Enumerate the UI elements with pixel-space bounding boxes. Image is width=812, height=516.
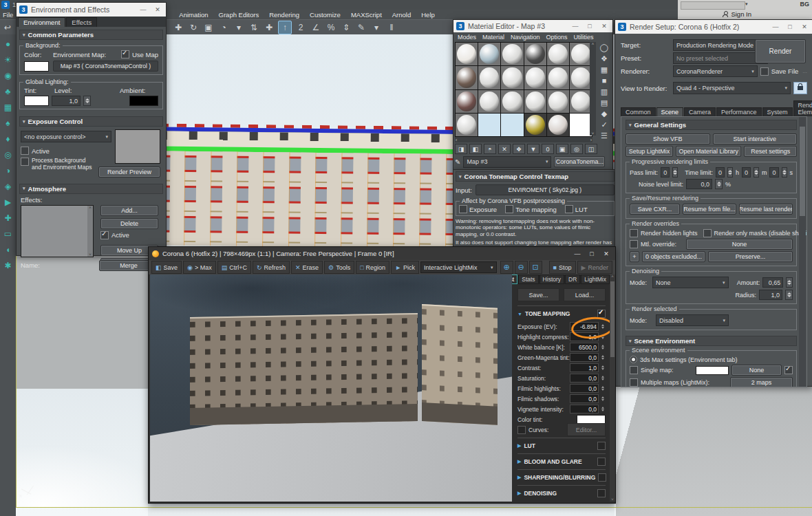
generate-preview-icon[interactable]: ◆ [601, 109, 607, 118]
tab[interactable]: Performance [716, 107, 762, 116]
menu-item[interactable]: Rendering [269, 11, 299, 19]
vfb-section-header[interactable]: ▶ DENOISING [517, 485, 606, 497]
exposure-control-header[interactable]: ▾Exposure Control [19, 116, 163, 127]
save-button[interactable]: ◧Save [151, 261, 182, 274]
tab[interactable]: LightMix [581, 275, 610, 284]
param-value[interactable]: 1,0 [570, 363, 599, 372]
single-map-button[interactable]: None [731, 365, 782, 376]
delete-effect-button[interactable]: Delete [100, 218, 158, 229]
select-move-icon[interactable]: ✚ [172, 21, 184, 34]
vfb-section-header[interactable]: ▶ BLOOM AND GLARE [517, 453, 606, 466]
param-spinner[interactable] [600, 345, 606, 350]
exposure-active-checkbox[interactable] [21, 147, 29, 155]
reset-settings-button[interactable]: Reset settings [744, 146, 797, 157]
scene-environment-header[interactable]: ▾Scene Environment [626, 336, 797, 346]
material-slot[interactable] [478, 43, 500, 65]
common-parameters-header[interactable]: ▾Common Parameters [19, 30, 163, 40]
tiling-icon[interactable]: ▥ [601, 87, 608, 96]
show-vfb-button[interactable]: Show VFB [626, 133, 710, 144]
section-checkbox[interactable] [597, 458, 606, 466]
undo-icon[interactable]: ↩ [1, 21, 14, 34]
menu-item[interactable]: Options [546, 34, 568, 41]
single-map-use-checkbox[interactable] [784, 366, 793, 374]
material-slot[interactable] [524, 66, 546, 89]
copy-button[interactable]: ▤Ctrl+C [217, 261, 251, 274]
minimize-button[interactable]: — [138, 6, 149, 13]
param-spinner[interactable] [600, 376, 606, 380]
menu-file[interactable]: File [3, 11, 13, 19]
teapot-icon[interactable]: ◖ [6, 246, 10, 254]
process-bg-checkbox[interactable] [21, 158, 29, 166]
stop-button[interactable]: ■Stop [549, 261, 576, 274]
time-h-spinner[interactable] [727, 167, 733, 178]
tab[interactable]: Effects [66, 17, 97, 27]
maximize-button[interactable]: □ [586, 250, 597, 257]
tint-swatch[interactable] [24, 96, 49, 106]
general-settings-header[interactable]: ▾General Settings [626, 120, 797, 130]
material-slot[interactable] [478, 66, 500, 89]
show-map-icon[interactable]: ▣ [556, 144, 568, 154]
menu-item[interactable]: MAXScript [351, 11, 382, 19]
spinner-snap-icon[interactable]: ⇕ [340, 21, 352, 34]
menu-item[interactable]: Material [482, 34, 504, 41]
play-icon[interactable]: ▶ [5, 198, 11, 206]
param-value[interactable]: 0,0 [570, 374, 599, 383]
ambient-swatch[interactable] [129, 96, 158, 106]
render-button[interactable]: Render [755, 39, 806, 63]
time-m-spinner[interactable] [754, 167, 759, 178]
material-slot[interactable] [547, 66, 569, 89]
preset-dropdown[interactable]: No preset selected▾ [673, 52, 768, 64]
torus-icon[interactable]: ◎ [4, 151, 11, 159]
material-slot[interactable] [524, 43, 546, 65]
snaps-icon[interactable]: ✚ [263, 21, 275, 34]
menu-item[interactable]: Navigation [511, 34, 540, 41]
plane-icon[interactable]: ▭ [4, 230, 12, 238]
material-slot[interactable] [547, 43, 569, 65]
menu-item[interactable]: Modes [458, 34, 476, 41]
workspace-dropdown-arrow[interactable]: ▾ [745, 1, 748, 7]
vfb-panel-scrollbar[interactable]: ˄˅ [610, 275, 615, 502]
vfb-section-header[interactable]: ▶ SHARPENING/BLURRING [517, 469, 606, 482]
param-value[interactable]: 6500,0 [570, 343, 599, 352]
put-material-icon[interactable]: ◧ [469, 144, 482, 154]
put-to-library-icon[interactable]: ▼ [527, 144, 539, 154]
level-value[interactable]: 1,0 [52, 96, 81, 106]
radius-value[interactable]: 1,0 [759, 290, 782, 300]
lock-view-button[interactable] [793, 82, 807, 94]
slots-vertical-scrollbar[interactable]: ˄˅ [590, 42, 596, 136]
environment-window-titlebar[interactable]: 3 Environment and Effects — ✕ [17, 3, 166, 17]
tab[interactable]: System [762, 107, 793, 116]
time-h-value[interactable]: 0 [716, 167, 725, 178]
options-icon[interactable]: ✓ [601, 120, 607, 129]
send-to-max-button[interactable]: ◉> Max [183, 261, 216, 274]
tab[interactable]: Render Elements [793, 100, 812, 116]
minimize-button[interactable]: — [572, 250, 583, 257]
curves-checkbox[interactable] [517, 426, 526, 434]
exposure-value[interactable]: -6.894 [570, 322, 599, 331]
rotate-icon[interactable]: ↻ [187, 21, 200, 34]
tab[interactable]: Camera [684, 107, 716, 116]
material-editor-titlebar[interactable]: 3 Material Editor - Map #3 — □ ✕ [453, 20, 612, 32]
effects-listbox[interactable]: ˄˅ [21, 205, 94, 257]
param-spinner[interactable] [600, 365, 606, 370]
scale-icon[interactable]: ▣ [202, 21, 215, 34]
curves-editor-button[interactable]: Editor... [567, 423, 606, 436]
setup-lightmix-button[interactable]: Setup LightMix [626, 146, 673, 157]
helper-icon[interactable]: ◈ [5, 182, 11, 191]
material-slot[interactable] [547, 114, 569, 136]
save-file-browse-button[interactable]: ... [802, 68, 807, 74]
material-slot[interactable] [456, 43, 478, 65]
maximize-button[interactable]: □ [584, 23, 595, 30]
param-value[interactable]: 0,0 [570, 353, 599, 362]
material-name-dropdown[interactable]: Map #3▾ [463, 156, 551, 168]
param-spinner[interactable] [600, 386, 606, 391]
eyedropper-icon[interactable]: ✎ [455, 158, 460, 166]
pass-limit-spinner[interactable] [672, 167, 678, 178]
background-icon[interactable]: ■ [602, 76, 607, 85]
tonemap-rollout-header[interactable]: ▾Corona Tonemap Control Texmap [456, 171, 615, 182]
time-s-spinner[interactable] [782, 167, 787, 178]
tab[interactable]: DR [565, 275, 580, 284]
material-slot[interactable] [501, 114, 523, 136]
menu-item[interactable]: Arnold [392, 11, 411, 19]
minimize-button[interactable]: — [570, 23, 581, 30]
